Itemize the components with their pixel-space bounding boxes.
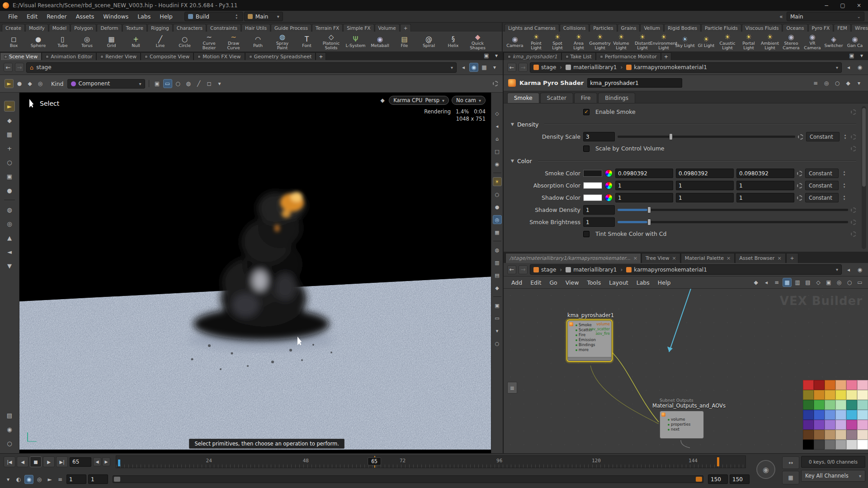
- breadcrumb-materiallibrary1[interactable]: materiallibrary1: [566, 267, 617, 273]
- ghosting-icon[interactable]: ◐: [14, 475, 23, 484]
- network-menu-labs[interactable]: Labs: [632, 278, 654, 287]
- shadows-icon[interactable]: ●: [493, 202, 502, 211]
- lasso-select-icon[interactable]: ○: [174, 79, 183, 88]
- new-network-tab-button[interactable]: +: [786, 253, 798, 263]
- back-icon[interactable]: ←: [4, 63, 13, 72]
- palette-color-39[interactable]: [835, 440, 846, 450]
- deps-icon[interactable]: ◎: [835, 278, 844, 287]
- playbar-options-icon[interactable]: ▾: [4, 475, 13, 484]
- menu-help[interactable]: Help: [155, 12, 177, 21]
- palette-color-18[interactable]: [803, 410, 814, 420]
- palette-color-34[interactable]: [846, 430, 857, 440]
- laser-select-icon[interactable]: ╱: [194, 79, 203, 88]
- palette-color-6[interactable]: [803, 390, 814, 400]
- density-scale-field[interactable]: [583, 132, 615, 141]
- palette-color-19[interactable]: [814, 410, 825, 420]
- shelf-tool-spiral[interactable]: @Spiral: [417, 36, 441, 48]
- pin-icon[interactable]: ◂: [844, 265, 853, 274]
- smoke-color-g-field[interactable]: [676, 169, 734, 178]
- shelf-tab-vellum[interactable]: Vellum: [640, 24, 664, 32]
- shelf-tool-area-light[interactable]: ☀Area Light: [568, 33, 589, 50]
- shelf-tab-oceans[interactable]: Oceans: [783, 24, 807, 32]
- follow-playhead-icon[interactable]: ►: [45, 475, 54, 484]
- geometry-mode-icon[interactable]: ◆: [25, 79, 34, 88]
- palette-color-14[interactable]: [825, 400, 835, 410]
- channel-icon[interactable]: [851, 146, 856, 151]
- palette-color-38[interactable]: [825, 440, 835, 450]
- forward-icon[interactable]: →: [519, 265, 528, 274]
- dynamics-mode-icon[interactable]: ◎: [36, 79, 45, 88]
- pane-tab-geometry-spreadsheet[interactable]: Geometry Spreadsheet: [245, 52, 316, 60]
- playbar-options-knob[interactable]: ◉: [756, 460, 775, 479]
- section-color[interactable]: ▼ Color: [511, 155, 856, 166]
- radial-menu-icon[interactable]: «: [777, 12, 786, 21]
- shelf-tab-create[interactable]: Create: [2, 24, 25, 32]
- network-tab-stage-materiallibrary1-karmapyrosmokemater[interactable]: /stage/materiallibrary1/karmapyrosmokema…: [505, 253, 641, 263]
- absorption-color-r-field[interactable]: [615, 181, 673, 190]
- smoke-color-mode-selector[interactable]: Constant: [805, 169, 839, 178]
- shelf-tab-particle-fluids[interactable]: Particle Fluids: [701, 24, 741, 32]
- snapshot-icon[interactable]: ▦: [480, 63, 489, 72]
- color-wheel-icon[interactable]: [605, 182, 613, 189]
- close-tab-icon[interactable]: ×: [726, 255, 731, 261]
- shelf-tool-tube[interactable]: ▯Tube: [51, 36, 75, 48]
- gear-icon[interactable]: [493, 81, 498, 86]
- forward-icon[interactable]: →: [15, 63, 24, 72]
- palette-color-22[interactable]: [846, 410, 857, 420]
- sync-icon[interactable]: ◉: [469, 63, 478, 72]
- shelf-tool-l-system[interactable]: ΨL-System: [344, 36, 368, 48]
- shadow-density-slider[interactable]: [618, 209, 848, 211]
- tint-smoke-checkbox[interactable]: [583, 231, 590, 237]
- shelf-tab-polygon[interactable]: Polygon: [71, 24, 96, 32]
- selection-visible-icon[interactable]: ▣: [153, 79, 162, 88]
- grid-display-icon[interactable]: ▤: [493, 271, 502, 280]
- viewport-canvas[interactable]: Select ◆ Karma CPU Persp ▾ No cam ▾: [19, 93, 491, 453]
- spinner[interactable]: ▴▾: [842, 134, 848, 140]
- memory-icon[interactable]: ▤: [4, 410, 15, 421]
- shelf-tool-gan-ca[interactable]: ◉Gan Ca: [844, 36, 865, 48]
- shelf-tab-rigid-bodies[interactable]: Rigid Bodies: [664, 24, 701, 32]
- shelf-tool-sky-light[interactable]: ☀Sky Light: [675, 36, 695, 48]
- kind-selector[interactable]: Component ▾: [67, 79, 145, 89]
- next-key-button[interactable]: ▶: [102, 457, 110, 466]
- shelf-tool-font[interactable]: TFont: [295, 36, 319, 48]
- range-start-marker[interactable]: [118, 460, 120, 466]
- palette-color-17[interactable]: [857, 400, 868, 410]
- palette-color-5[interactable]: [857, 380, 868, 390]
- back-icon[interactable]: ←: [507, 265, 516, 274]
- shelf-tab-terrain-fx[interactable]: Terrain FX: [312, 24, 343, 32]
- shelf-tool-vr-camera[interactable]: ◉VR Camera: [802, 33, 823, 50]
- renderer-selector[interactable]: Karma CPU Persp ▾: [389, 96, 449, 105]
- shapes-icon[interactable]: ◇: [814, 278, 823, 287]
- pane-tab-kma-pyroshader1[interactable]: kma_pyroshader1: [504, 52, 561, 60]
- shadow-color-swatch[interactable]: [583, 194, 602, 201]
- show-handles-icon[interactable]: ►: [5, 79, 14, 88]
- pose-tool[interactable]: ●: [4, 185, 15, 196]
- breadcrumb-stage[interactable]: stage: [533, 267, 556, 273]
- shelf-tool-spray-paint[interactable]: ◍Spray Paint: [270, 33, 294, 50]
- new-pane-tab-button[interactable]: +: [316, 52, 326, 60]
- network-tab-tree-view[interactable]: Tree View×: [642, 253, 680, 263]
- network-canvas[interactable]: VEX Builder kma_pyroshader1 SmokeScatter…: [504, 289, 868, 453]
- network-quickmark-icon[interactable]: ▦: [507, 382, 517, 394]
- network-menu-add[interactable]: Add: [507, 278, 526, 287]
- sculpt-tool[interactable]: ◎: [4, 218, 15, 229]
- shelf-tab-pyro-fx[interactable]: Pyro FX: [808, 24, 834, 32]
- shadow-color-g-field[interactable]: [676, 193, 734, 202]
- param-tab-fire[interactable]: Fire: [574, 93, 597, 103]
- network-menu-go[interactable]: Go: [545, 278, 561, 287]
- frame-selected-icon[interactable]: □: [493, 147, 502, 156]
- peak-tool[interactable]: ▼: [4, 260, 15, 271]
- enable-smoke-checkbox[interactable]: ✓: [583, 109, 590, 115]
- shelf-tab-model[interactable]: Model: [49, 24, 71, 32]
- chevron-down-icon[interactable]: ▾: [836, 65, 838, 70]
- pane-tab-scene-view[interactable]: Scene View: [0, 52, 42, 60]
- info-icon[interactable]: ○: [493, 339, 502, 348]
- smoke-color-swatch[interactable]: [583, 170, 602, 177]
- shelf-tab-modify[interactable]: Modify: [25, 24, 48, 32]
- shelf-tool-torus[interactable]: ◎Torus: [75, 36, 99, 48]
- jump-to-start-button[interactable]: |◀: [4, 456, 15, 467]
- radial-main-selector[interactable]: Main ⌄: [787, 12, 864, 21]
- shelf-tool-gi-light[interactable]: ☀GI Light: [696, 36, 717, 48]
- shelf-tool-portal-light[interactable]: ☀Portal Light: [738, 33, 759, 50]
